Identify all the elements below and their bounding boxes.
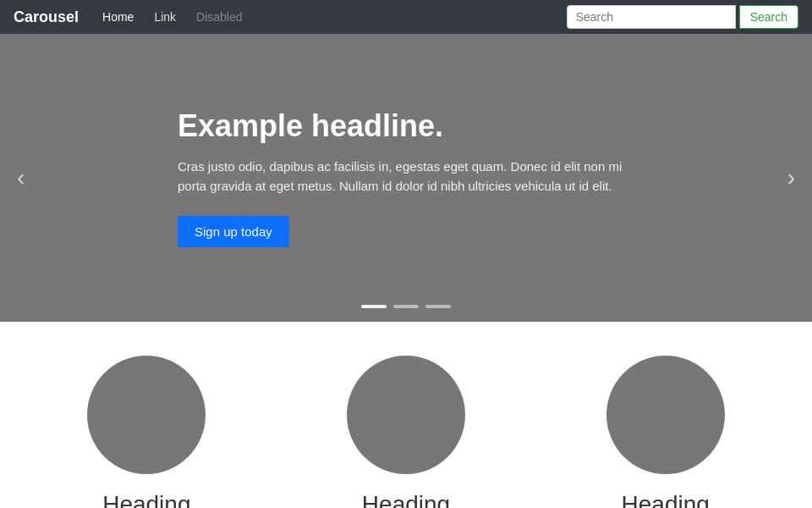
navbar: Carousel Home Link Disabled Search (0, 0, 812, 34)
circle-image-1 (87, 356, 206, 474)
col-3-heading: Heading (552, 491, 778, 508)
carousel-slide: Example headline. Cras justo odio, dapib… (110, 108, 702, 247)
carousel: ‹ Example headline. Cras justo odio, dap… (0, 34, 812, 322)
search-form: Search (567, 5, 798, 29)
carousel-prev-button[interactable]: ‹ (8, 157, 33, 198)
search-button[interactable]: Search (739, 5, 798, 29)
content-col-1: Heading Donec sed odio dui. Etiam porta … (17, 356, 277, 508)
circle-image-2 (347, 356, 465, 474)
nav-link-home[interactable]: Home (92, 0, 144, 34)
carousel-next-button[interactable]: › (779, 157, 804, 198)
carousel-body: Cras justo odio, dapibus ac facilisis in… (178, 157, 634, 196)
nav-link-disabled: Disabled (186, 0, 252, 34)
navbar-brand: Carousel (14, 8, 79, 26)
content-section: Heading Donec sed odio dui. Etiam porta … (0, 322, 812, 508)
carousel-cta-button[interactable]: Sign up today (178, 216, 289, 247)
carousel-headline: Example headline. (178, 108, 634, 144)
content-col-2: Heading Duis mollis, est non commodo luc… (277, 356, 536, 508)
nav-link-link[interactable]: Link (144, 0, 186, 34)
content-col-3: Heading Donec sed odio dui. Cras justo o… (535, 356, 795, 508)
carousel-indicator-1[interactable] (393, 305, 419, 308)
col-1-heading: Heading (34, 491, 260, 508)
circle-image-3 (606, 356, 725, 474)
carousel-indicator-2[interactable] (425, 305, 451, 308)
col-2-heading: Heading (294, 491, 519, 508)
carousel-indicator-0[interactable] (361, 305, 387, 308)
carousel-indicators (361, 305, 451, 308)
search-input[interactable] (567, 5, 736, 29)
